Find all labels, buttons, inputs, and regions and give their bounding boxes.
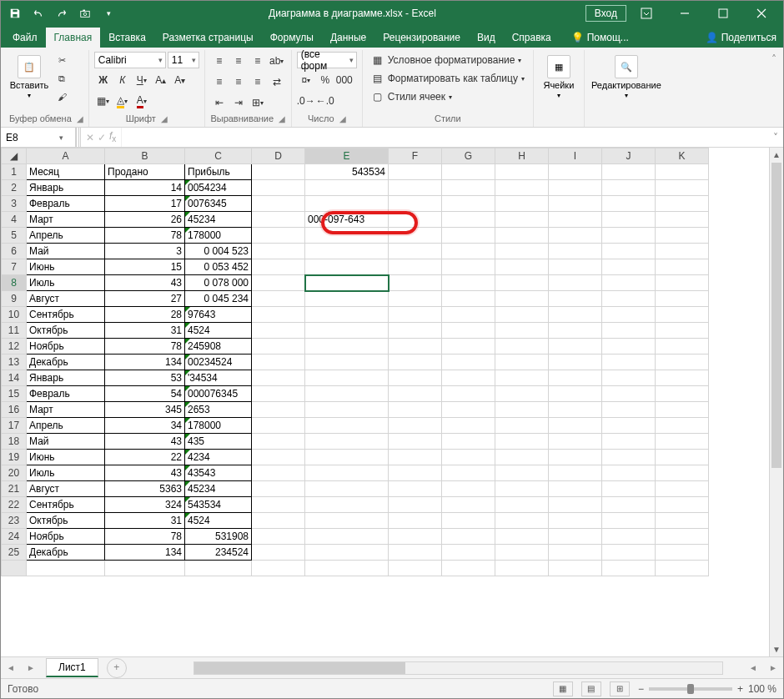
cell-F21[interactable] bbox=[389, 481, 442, 497]
cell-E20[interactable] bbox=[305, 465, 389, 481]
row-header[interactable]: 10 bbox=[2, 307, 27, 323]
cell-B3[interactable]: 17 bbox=[105, 196, 185, 212]
tab-help[interactable]: Справка bbox=[504, 28, 560, 48]
cell-F24[interactable] bbox=[389, 529, 442, 545]
cell-I22[interactable] bbox=[549, 497, 602, 513]
cell-D12[interactable] bbox=[252, 339, 305, 355]
cell-D15[interactable] bbox=[252, 386, 305, 402]
cell-H7[interactable] bbox=[495, 259, 549, 275]
cell-J6[interactable] bbox=[602, 244, 656, 259]
cell-G11[interactable] bbox=[442, 323, 495, 339]
font-color-button[interactable]: A▾ bbox=[133, 92, 151, 110]
cell-A3[interactable]: Февраль bbox=[27, 196, 105, 212]
prev-sheet-button[interactable]: ◄ bbox=[1, 663, 21, 672]
tab-file[interactable]: Файл bbox=[4, 28, 46, 48]
cell-I3[interactable] bbox=[549, 196, 602, 212]
cell-G13[interactable] bbox=[442, 355, 495, 370]
cell-D14[interactable] bbox=[252, 370, 305, 386]
cell-A11[interactable]: Октябрь bbox=[27, 323, 105, 339]
cell-K5[interactable] bbox=[656, 228, 709, 244]
cell-I16[interactable] bbox=[549, 402, 602, 418]
cell-F[interactable] bbox=[389, 561, 442, 576]
cell-E18[interactable] bbox=[305, 434, 389, 450]
cell-E19[interactable] bbox=[305, 450, 389, 465]
cell-K23[interactable] bbox=[656, 513, 709, 529]
enter-formula-icon[interactable]: ✓ bbox=[98, 132, 106, 143]
row-header[interactable]: 19 bbox=[2, 450, 27, 465]
collapse-ribbon-icon[interactable]: ˄ bbox=[768, 50, 780, 127]
dialog-launcher-icon[interactable]: ◢ bbox=[339, 114, 346, 123]
row-header[interactable]: 25 bbox=[2, 545, 27, 561]
share-button[interactable]: 👤Поделиться bbox=[699, 28, 783, 48]
cells-button[interactable]: ▦Ячейки▾ bbox=[539, 52, 579, 103]
cell-B6[interactable]: 3 bbox=[105, 244, 185, 259]
cell-E5[interactable] bbox=[305, 228, 389, 244]
cell-C16[interactable]: 2653 bbox=[185, 402, 252, 418]
cell-I13[interactable] bbox=[549, 355, 602, 370]
cell-G4[interactable] bbox=[442, 212, 495, 228]
cell-K17[interactable] bbox=[656, 418, 709, 434]
cell-C4[interactable]: 45234 bbox=[185, 212, 252, 228]
cell-K3[interactable] bbox=[656, 196, 709, 212]
cell-J24[interactable] bbox=[602, 529, 656, 545]
cell-A20[interactable]: Июль bbox=[27, 465, 105, 481]
cell-B[interactable] bbox=[105, 561, 185, 576]
cell-C17[interactable]: 178000 bbox=[185, 418, 252, 434]
cell-H18[interactable] bbox=[495, 434, 549, 450]
cell-K11[interactable] bbox=[656, 323, 709, 339]
cell-A1[interactable]: Месяц bbox=[27, 164, 105, 180]
worksheet-grid[interactable]: ◢ABCDEFGHIJK 1МесяцПроданоПрибыль5435342… bbox=[1, 148, 783, 656]
cell-E11[interactable] bbox=[305, 323, 389, 339]
cell-K12[interactable] bbox=[656, 339, 709, 355]
cell-B11[interactable]: 31 bbox=[105, 323, 185, 339]
cell-F3[interactable] bbox=[389, 196, 442, 212]
column-header-F[interactable]: F bbox=[389, 148, 442, 164]
cell-C10[interactable]: 97643 bbox=[185, 307, 252, 323]
minimize-button[interactable] bbox=[666, 2, 703, 25]
font-size-combo[interactable]: 11 bbox=[168, 52, 199, 68]
cell-F23[interactable] bbox=[389, 513, 442, 529]
cell-D2[interactable] bbox=[252, 180, 305, 196]
tab-insert[interactable]: Вставка bbox=[100, 28, 154, 48]
cell-J18[interactable] bbox=[602, 434, 656, 450]
cell-H3[interactable] bbox=[495, 196, 549, 212]
cell-C7[interactable]: 0 053 452 bbox=[185, 259, 252, 275]
cell-K10[interactable] bbox=[656, 307, 709, 323]
row-header[interactable]: 7 bbox=[2, 259, 27, 275]
cell-B7[interactable]: 15 bbox=[105, 259, 185, 275]
cell-G9[interactable] bbox=[442, 291, 495, 307]
column-header-G[interactable]: G bbox=[442, 148, 495, 164]
cell-B18[interactable]: 43 bbox=[105, 434, 185, 450]
cell-H4[interactable] bbox=[495, 212, 549, 228]
cell-I24[interactable] bbox=[549, 529, 602, 545]
number-format-combo[interactable]: (все форм bbox=[297, 52, 357, 68]
cell-G22[interactable] bbox=[442, 497, 495, 513]
cell-A23[interactable]: Октябрь bbox=[27, 513, 105, 529]
cell-C15[interactable]: 000076345 bbox=[185, 386, 252, 402]
cell-K4[interactable] bbox=[656, 212, 709, 228]
cell-F7[interactable] bbox=[389, 259, 442, 275]
cell-F19[interactable] bbox=[389, 450, 442, 465]
cell-D23[interactable] bbox=[252, 513, 305, 529]
cell-K9[interactable] bbox=[656, 291, 709, 307]
tab-home[interactable]: Главная bbox=[46, 28, 101, 48]
cell-A9[interactable]: Август bbox=[27, 291, 105, 307]
cell-D9[interactable] bbox=[252, 291, 305, 307]
cell-D10[interactable] bbox=[252, 307, 305, 323]
cell-D7[interactable] bbox=[252, 259, 305, 275]
page-break-view-button[interactable]: ⊞ bbox=[610, 681, 630, 696]
cell-B16[interactable]: 345 bbox=[105, 402, 185, 418]
cell-H12[interactable] bbox=[495, 339, 549, 355]
conditional-formatting-button[interactable]: ▦Условное форматирование▾ bbox=[368, 52, 525, 68]
cell-G2[interactable] bbox=[442, 180, 495, 196]
row-header[interactable]: 22 bbox=[2, 497, 27, 513]
cell-C19[interactable]: 4234 bbox=[185, 450, 252, 465]
cell-J25[interactable] bbox=[602, 545, 656, 561]
camera-icon[interactable] bbox=[74, 3, 96, 23]
row-header[interactable]: 18 bbox=[2, 434, 27, 450]
cell-I8[interactable] bbox=[549, 275, 602, 291]
cell-J[interactable] bbox=[602, 561, 656, 576]
cell-E6[interactable] bbox=[305, 244, 389, 259]
cell-G3[interactable] bbox=[442, 196, 495, 212]
cell-D22[interactable] bbox=[252, 497, 305, 513]
